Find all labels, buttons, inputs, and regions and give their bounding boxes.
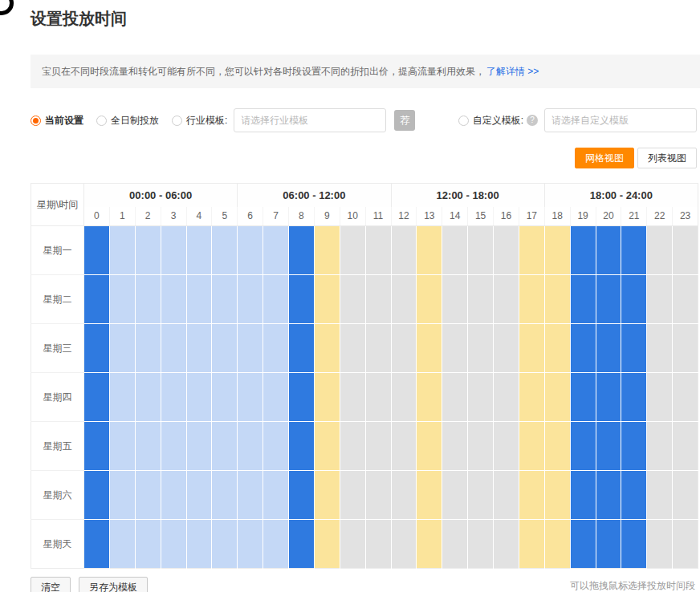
schedule-cell[interactable] — [417, 373, 442, 422]
schedule-cell[interactable] — [340, 471, 365, 520]
schedule-cell[interactable] — [365, 226, 391, 275]
learn-more-link[interactable]: 了解详情 >> — [486, 66, 539, 77]
schedule-cell[interactable] — [212, 422, 238, 471]
schedule-cell[interactable] — [417, 520, 442, 569]
schedule-cell[interactable] — [161, 520, 186, 569]
schedule-cell[interactable] — [417, 324, 442, 373]
schedule-cell[interactable] — [494, 520, 519, 569]
schedule-cell[interactable] — [212, 324, 238, 373]
schedule-cell[interactable] — [161, 226, 186, 275]
schedule-cell[interactable] — [673, 275, 698, 324]
schedule-cell[interactable] — [417, 422, 442, 471]
schedule-cell[interactable] — [238, 275, 263, 324]
schedule-cell[interactable] — [621, 471, 647, 520]
schedule-cell[interactable] — [161, 471, 186, 520]
schedule-cell[interactable] — [84, 324, 110, 373]
schedule-cell[interactable] — [212, 520, 238, 569]
schedule-cell[interactable] — [135, 471, 161, 520]
schedule-cell[interactable] — [135, 422, 161, 471]
schedule-cell[interactable] — [135, 373, 161, 422]
schedule-cell[interactable] — [109, 422, 135, 471]
schedule-cell[interactable] — [621, 520, 647, 569]
schedule-cell[interactable] — [109, 226, 135, 275]
schedule-cell[interactable] — [109, 471, 135, 520]
schedule-cell[interactable] — [647, 373, 673, 422]
help-icon[interactable]: ? — [527, 115, 538, 126]
schedule-cell[interactable] — [468, 226, 494, 275]
schedule-cell[interactable] — [391, 471, 417, 520]
schedule-cell[interactable] — [263, 373, 289, 422]
schedule-cell[interactable] — [519, 226, 544, 275]
schedule-cell[interactable] — [468, 422, 494, 471]
schedule-cell[interactable] — [673, 422, 698, 471]
schedule-cell[interactable] — [519, 520, 544, 569]
schedule-cell[interactable] — [238, 373, 263, 422]
schedule-cell[interactable] — [84, 275, 110, 324]
schedule-cell[interactable] — [494, 471, 519, 520]
radio-current-icon[interactable] — [31, 116, 41, 126]
schedule-cell[interactable] — [289, 324, 315, 373]
schedule-cell[interactable] — [442, 275, 468, 324]
schedule-cell[interactable] — [596, 422, 621, 471]
schedule-cell[interactable] — [109, 275, 135, 324]
schedule-cell[interactable] — [109, 520, 135, 569]
industry-template-input[interactable] — [234, 108, 386, 132]
schedule-cell[interactable] — [417, 471, 442, 520]
schedule-cell[interactable] — [365, 422, 391, 471]
schedule-cell[interactable] — [263, 471, 289, 520]
schedule-cell[interactable] — [519, 422, 544, 471]
schedule-cell[interactable] — [391, 324, 417, 373]
schedule-cell[interactable] — [212, 373, 238, 422]
schedule-cell[interactable] — [519, 471, 544, 520]
schedule-cell[interactable] — [647, 226, 673, 275]
schedule-cell[interactable] — [544, 373, 570, 422]
schedule-cell[interactable] — [186, 373, 212, 422]
schedule-cell[interactable] — [647, 471, 673, 520]
schedule-cell[interactable] — [544, 520, 570, 569]
schedule-cell[interactable] — [570, 422, 596, 471]
schedule-cell[interactable] — [544, 324, 570, 373]
schedule-cell[interactable] — [468, 275, 494, 324]
schedule-cell[interactable] — [621, 275, 647, 324]
schedule-cell[interactable] — [186, 520, 212, 569]
schedule-cell[interactable] — [442, 422, 468, 471]
schedule-cell[interactable] — [596, 226, 621, 275]
grid-view-button[interactable]: 网格视图 — [575, 148, 634, 168]
schedule-cell[interactable] — [84, 373, 110, 422]
schedule-cell[interactable] — [340, 422, 365, 471]
schedule-cell[interactable] — [519, 324, 544, 373]
schedule-table[interactable]: 星期\时间00:00 - 06:0006:00 - 12:0012:00 - 1… — [31, 183, 698, 569]
schedule-cell[interactable] — [212, 226, 238, 275]
radio-custom-icon[interactable] — [458, 116, 469, 126]
schedule-cell[interactable] — [442, 520, 468, 569]
option-industry[interactable]: 行业模板: — [172, 114, 227, 128]
schedule-cell[interactable] — [314, 373, 340, 422]
schedule-cell[interactable] — [391, 373, 417, 422]
schedule-cell[interactable] — [673, 471, 698, 520]
schedule-cell[interactable] — [442, 471, 468, 520]
schedule-cell[interactable] — [596, 471, 621, 520]
schedule-cell[interactable] — [647, 422, 673, 471]
schedule-cell[interactable] — [468, 373, 494, 422]
schedule-cell[interactable] — [314, 520, 340, 569]
schedule-cell[interactable] — [263, 226, 289, 275]
schedule-cell[interactable] — [494, 373, 519, 422]
option-fullday[interactable]: 全日制投放 — [96, 114, 159, 128]
schedule-cell[interactable] — [494, 275, 519, 324]
schedule-cell[interactable] — [109, 324, 135, 373]
schedule-cell[interactable] — [621, 324, 647, 373]
schedule-cell[interactable] — [314, 422, 340, 471]
schedule-cell[interactable] — [570, 520, 596, 569]
clear-button[interactable]: 清空 — [31, 577, 71, 592]
schedule-cell[interactable] — [417, 275, 442, 324]
schedule-cell[interactable] — [263, 324, 289, 373]
schedule-cell[interactable] — [135, 226, 161, 275]
schedule-cell[interactable] — [673, 226, 698, 275]
schedule-cell[interactable] — [161, 324, 186, 373]
schedule-cell[interactable] — [494, 422, 519, 471]
schedule-cell[interactable] — [263, 275, 289, 324]
schedule-cell[interactable] — [391, 422, 417, 471]
schedule-cell[interactable] — [647, 324, 673, 373]
schedule-cell[interactable] — [519, 373, 544, 422]
schedule-cell[interactable] — [468, 520, 494, 569]
